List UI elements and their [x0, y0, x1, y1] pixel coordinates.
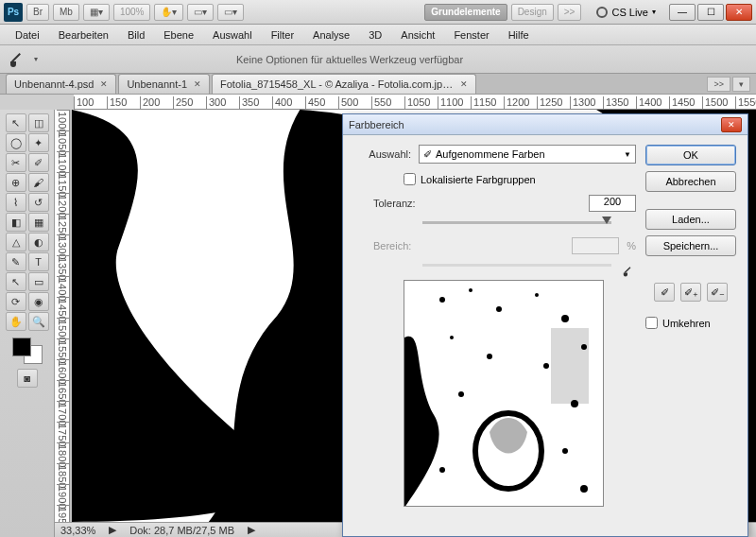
svg-point-23: [580, 485, 588, 493]
toleranz-slider[interactable]: [422, 221, 611, 224]
color-swatch[interactable]: [12, 338, 43, 364]
menu-analyse[interactable]: Analyse: [303, 26, 359, 43]
menu-bearbeiten[interactable]: Bearbeiten: [49, 26, 118, 43]
extras-button[interactable]: ▭▾: [217, 4, 244, 21]
eyedropper-sample[interactable]: ✐: [654, 283, 675, 302]
bereich-input: [572, 237, 619, 254]
gradient-tool[interactable]: ▦: [28, 213, 49, 232]
zoom-readout[interactable]: 33,33%: [60, 525, 95, 536]
tab-doc-0[interactable]: Unbenannt-4.psd✕: [6, 74, 116, 94]
cslive-icon: [596, 7, 608, 18]
tab-doc-2[interactable]: Fotolia_8715458_XL - © Azaliya - Fotolia…: [212, 74, 476, 94]
eyedropper-icon[interactable]: [8, 51, 25, 68]
quickmask-tool[interactable]: ◙: [17, 369, 38, 388]
menu-hilfe[interactable]: Hilfe: [499, 26, 539, 43]
dialog-close-button[interactable]: ✕: [721, 117, 742, 132]
options-bar: ▾ Keine Optionen für aktuelles Werkzeug …: [0, 45, 756, 74]
eyedropper-add[interactable]: ✐₊: [680, 283, 701, 302]
invert-checkbox[interactable]: Umkehren: [645, 317, 736, 329]
auswahl-select[interactable]: ✐ Aufgenommene Farben ▼: [419, 145, 636, 164]
workspace-more[interactable]: >>: [558, 4, 582, 21]
shape-tool[interactable]: ▭: [28, 272, 49, 291]
selection-preview[interactable]: [404, 280, 604, 507]
blur-tool[interactable]: △: [6, 233, 26, 251]
workspace-essentials[interactable]: Grundelemente: [424, 4, 507, 21]
bereich-slider: [422, 264, 611, 267]
localized-checkbox[interactable]: Lokalisierte Farbgruppen: [404, 173, 636, 185]
close-icon[interactable]: ✕: [100, 79, 108, 89]
bridge-button[interactable]: Br: [26, 4, 49, 21]
svg-point-19: [543, 363, 549, 369]
eyedrop-tool[interactable]: ✐: [28, 153, 49, 172]
svg-point-18: [487, 354, 492, 359]
ok-button[interactable]: OK: [645, 145, 736, 165]
arrange-button[interactable]: ▭▾: [187, 4, 214, 21]
hand-button[interactable]: ✋▾: [154, 4, 183, 21]
load-button[interactable]: Laden...: [645, 209, 736, 230]
eyedropper-sub[interactable]: ✐₋: [707, 283, 728, 302]
zoom-level[interactable]: 100%: [113, 4, 151, 21]
move-tool[interactable]: ↖: [6, 113, 26, 132]
close-icon[interactable]: ✕: [460, 79, 468, 89]
close-button[interactable]: ✕: [726, 4, 752, 21]
type-tool[interactable]: T: [28, 252, 49, 271]
ruler-vertical: 1000105011001150120012501300135014001450…: [55, 110, 70, 522]
menu-bild[interactable]: Bild: [118, 26, 154, 43]
svg-point-24: [439, 467, 445, 473]
svg-point-22: [562, 448, 568, 454]
document-tabs: Unbenannt-4.psd✕ Unbenannt-1✕ Fotolia_87…: [0, 74, 756, 95]
pen-tool[interactable]: ✎: [6, 252, 26, 271]
menu-ebene[interactable]: Ebene: [154, 26, 203, 43]
close-icon[interactable]: ✕: [194, 79, 201, 89]
svg-point-15: [561, 315, 569, 322]
marquee-tool[interactable]: ◫: [28, 113, 49, 132]
menu-filter[interactable]: Filter: [262, 26, 303, 43]
bereich-label: Bereich:: [373, 240, 421, 251]
stamp-tool[interactable]: ⌇: [6, 193, 26, 212]
toolbox: ↖◫ ◯✦ ✂✐ ⊕🖌 ⌇↺ ◧▦ △◐ ✎T ↖▭ ⟳◉ ✋🔍 ◙: [0, 110, 55, 537]
color-range-dialog: Farbbereich ✕ Auswahl: ✐ Aufgenommene Fa…: [342, 113, 748, 537]
save-button[interactable]: Speichern...: [645, 235, 736, 256]
minimize-button[interactable]: —: [669, 4, 696, 21]
zoom-tool[interactable]: 🔍: [28, 312, 49, 331]
maximize-button[interactable]: ☐: [697, 4, 724, 21]
localized-checkbox-input[interactable]: [404, 173, 416, 185]
eraser-tool[interactable]: ◧: [6, 213, 26, 232]
svg-point-11: [439, 297, 445, 303]
menu-datei[interactable]: Datei: [6, 26, 49, 43]
tabs-menu[interactable]: ▾: [732, 77, 750, 92]
doc-size: Dok: 28,7 MB/27,5 MB: [129, 525, 234, 536]
wand-tool[interactable]: ✦: [28, 133, 49, 152]
screen-mode-button[interactable]: ▦▾: [83, 4, 110, 21]
menu-auswahl[interactable]: Auswahl: [203, 26, 262, 43]
minibridge-button[interactable]: Mb: [53, 4, 79, 21]
brush-tool[interactable]: 🖌: [28, 173, 49, 192]
dialog-titlebar[interactable]: Farbbereich ✕: [343, 114, 747, 135]
svg-point-21: [458, 391, 464, 397]
app-titlebar: Ps Br Mb ▦▾ 100% ✋▾ ▭▾ ▭▾ Grundelemente …: [0, 0, 756, 25]
camera-tool[interactable]: ◉: [28, 292, 49, 311]
tab-doc-1[interactable]: Unbenannt-1✕: [118, 74, 210, 94]
menu-3d[interactable]: 3D: [359, 26, 391, 43]
heal-tool[interactable]: ⊕: [6, 173, 26, 192]
dialog-title: Farbbereich: [349, 119, 404, 130]
cslive-label[interactable]: CS Live: [611, 7, 648, 18]
workspace-design[interactable]: Design: [511, 4, 554, 21]
history-tool[interactable]: ↺: [28, 193, 49, 212]
ruler-horizontal: 1001502002503003504004505005501050110011…: [74, 95, 756, 110]
dodge-tool[interactable]: ◐: [28, 233, 49, 251]
lasso-tool[interactable]: ◯: [6, 133, 26, 152]
bereich-unit: %: [627, 240, 636, 251]
svg-point-12: [469, 288, 472, 292]
menu-ansicht[interactable]: Ansicht: [391, 26, 444, 43]
hand-tool[interactable]: ✋: [6, 312, 26, 331]
toleranz-input[interactable]: 200: [589, 195, 636, 212]
tabs-scroll-right[interactable]: >>: [707, 77, 730, 92]
path-tool[interactable]: ↖: [6, 272, 26, 291]
eyedropper-icon[interactable]: [622, 266, 634, 278]
menu-fenster[interactable]: Fenster: [444, 26, 498, 43]
invert-checkbox-input[interactable]: [645, 317, 658, 329]
3d-tool[interactable]: ⟳: [6, 292, 26, 311]
cancel-button[interactable]: Abbrechen: [645, 171, 736, 192]
crop-tool[interactable]: ✂: [6, 153, 26, 172]
